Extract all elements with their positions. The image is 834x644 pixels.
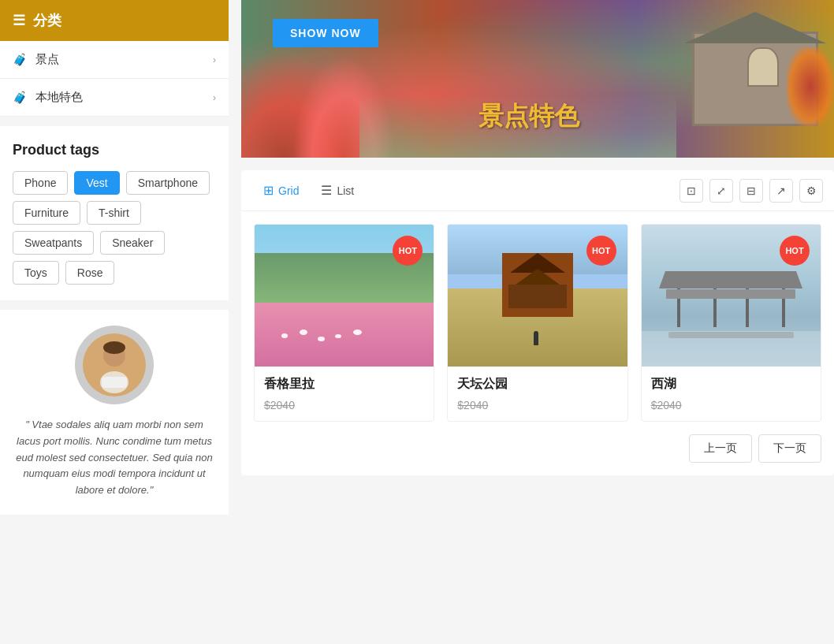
menu-icon: ☰ <box>13 12 25 29</box>
main-content: SHOW NOW 景点特色 ⊞ Grid ☰ List ⊡ ⤢ ⊟ <box>229 0 834 515</box>
hot-badge-2: HOT <box>780 236 810 266</box>
product-price-2: $2040 <box>651 399 811 411</box>
chevron-right-icon-1: › <box>213 54 216 65</box>
svg-point-2 <box>103 341 125 354</box>
product-image-2: HOT <box>642 225 821 367</box>
product-image-1: HOT <box>448 225 627 367</box>
hero-banner: SHOW NOW 景点特色 <box>241 0 834 158</box>
product-tags-title: Product tags <box>13 142 216 158</box>
product-info-1: 天坛公园 $2040 <box>448 367 627 421</box>
sidebar-item-label-1: 景点 <box>35 52 59 67</box>
tag-sneaker[interactable]: Sneaker <box>100 231 165 255</box>
testimonial-quote: " Vtae sodales aliq uam morbi non sem la… <box>13 417 216 499</box>
sidebar-nav: 🧳 景点 › 🧳 本地特色 › <box>0 41 229 117</box>
sidebar-item-local[interactable]: 🧳 本地特色 › <box>0 79 229 117</box>
hero-title-cn: 景点特色 <box>478 99 579 134</box>
product-card-2[interactable]: HOT 西湖 $2040 <box>641 224 821 422</box>
hot-badge-1: HOT <box>586 236 616 266</box>
list-icon: ☰ <box>321 183 332 198</box>
view-toolbar: ⊞ Grid ☰ List ⊡ ⤢ ⊟ ↗ ⚙ <box>241 170 834 211</box>
pagination-bar: 上一页 下一页 <box>254 422 821 463</box>
tag-toys[interactable]: Toys <box>13 261 59 285</box>
product-name-2: 西湖 <box>651 376 811 393</box>
briefcase-icon-1: 🧳 <box>13 53 28 67</box>
copy-icon: ⊟ <box>747 184 756 197</box>
tag-smartphone[interactable]: Smartphone <box>126 171 210 195</box>
product-price-0: $2040 <box>264 399 424 411</box>
expand-icon-button[interactable]: ⤢ <box>709 179 733 203</box>
testimonial-section: " Vtae sodales aliq uam morbi non sem la… <box>0 310 229 515</box>
svg-rect-4 <box>102 377 127 388</box>
grid-label: Grid <box>278 184 299 197</box>
share-icon: ↗ <box>776 184 786 197</box>
grid-icon: ⊞ <box>263 183 274 198</box>
toolbar-icons: ⊡ ⤢ ⊟ ↗ ⚙ <box>679 179 823 203</box>
compress-icon: ⊡ <box>687 184 696 197</box>
product-info-0: 香格里拉 $2040 <box>255 367 434 421</box>
avatar <box>75 326 154 404</box>
expand-icon: ⤢ <box>717 184 726 197</box>
sidebar: ☰ 分类 🧳 景点 › 🧳 本地特色 › Product tags Phone … <box>0 0 229 515</box>
tag-tshirt[interactable]: T-shirt <box>87 201 141 225</box>
sidebar-item-label-2: 本地特色 <box>35 90 83 105</box>
tag-sweatpants[interactable]: Sweatpants <box>13 231 94 255</box>
sidebar-header: ☰ 分类 <box>0 0 229 41</box>
products-grid: HOT 香格里拉 $2040 <box>254 224 821 422</box>
product-image-0: HOT <box>255 225 434 367</box>
grid-view-button[interactable]: ⊞ Grid <box>252 178 310 203</box>
share-icon-button[interactable]: ↗ <box>769 179 793 203</box>
products-wrapper: HOT 香格里拉 $2040 <box>241 211 834 475</box>
list-view-button[interactable]: ☰ List <box>310 178 365 203</box>
product-name-0: 香格里拉 <box>264 376 424 393</box>
product-tags-section: Product tags Phone Vest Smartphone Furni… <box>0 126 229 300</box>
compress-icon-button[interactable]: ⊡ <box>679 179 703 203</box>
show-now-button[interactable]: SHOW NOW <box>273 19 378 47</box>
chevron-right-icon-2: › <box>213 92 216 103</box>
tag-vest[interactable]: Vest <box>74 171 119 195</box>
product-info-2: 西湖 $2040 <box>642 367 821 421</box>
tags-container: Phone Vest Smartphone Furniture T-shirt … <box>13 171 216 285</box>
next-page-button[interactable]: 下一页 <box>758 434 821 463</box>
tag-furniture[interactable]: Furniture <box>13 201 80 225</box>
tag-rose[interactable]: Rose <box>65 261 115 285</box>
tag-phone[interactable]: Phone <box>13 171 68 195</box>
briefcase-icon-2: 🧳 <box>13 91 28 105</box>
sidebar-title: 分类 <box>33 11 61 30</box>
product-card-1[interactable]: HOT 天坛公园 $2040 <box>447 224 627 422</box>
product-card-0[interactable]: HOT 香格里拉 $2040 <box>254 224 434 422</box>
settings-icon-button[interactable]: ⚙ <box>799 179 823 203</box>
sidebar-item-jingdian[interactable]: 🧳 景点 › <box>0 41 229 79</box>
copy-icon-button[interactable]: ⊟ <box>739 179 763 203</box>
product-price-1: $2040 <box>457 399 617 411</box>
settings-icon: ⚙ <box>806 184 817 197</box>
view-toggle: ⊞ Grid ☰ List <box>252 178 365 203</box>
list-label: List <box>337 184 354 197</box>
product-name-1: 天坛公园 <box>457 376 617 393</box>
prev-page-button[interactable]: 上一页 <box>689 434 752 463</box>
